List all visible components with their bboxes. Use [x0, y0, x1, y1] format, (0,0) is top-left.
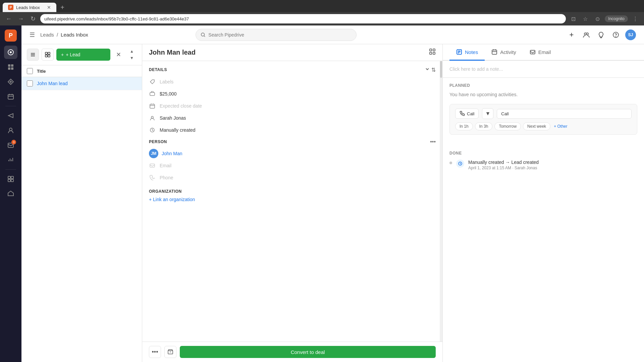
help-icon[interactable] [610, 29, 621, 40]
cast-icon[interactable]: ⊡ [569, 14, 578, 23]
link-organization-button[interactable]: + Link an organization [149, 197, 195, 202]
tomorrow-button[interactable]: Tomorrow [494, 122, 521, 130]
forward-button[interactable]: → [16, 14, 25, 23]
search-input[interactable] [208, 32, 352, 38]
breadcrumb-root[interactable]: Leads [40, 32, 54, 38]
new-tab-button[interactable]: + [58, 3, 67, 12]
avatar[interactable]: SJ [625, 29, 636, 40]
tab-close-button[interactable]: ✕ [47, 5, 51, 10]
add-button[interactable]: + [566, 29, 577, 40]
organization-section: ORGANIZATION + Link an organization [142, 186, 442, 208]
person-name[interactable]: John Man [162, 151, 182, 156]
source-icon [149, 127, 156, 133]
sidebar-item-reports[interactable] [4, 153, 17, 167]
detail-panel: John Man lead DETAILS ⇅ [142, 44, 443, 362]
sidebar-item-products[interactable] [4, 172, 17, 186]
sidebar-item-dashboard[interactable] [4, 60, 17, 74]
grid-view-button[interactable] [42, 49, 54, 61]
search-bar[interactable] [196, 29, 357, 41]
sidebar-item-mail[interactable]: 3 [4, 138, 17, 152]
activity-type-row: Call ▼ [455, 108, 632, 119]
scroll-thumb[interactable] [440, 61, 442, 78]
active-tab[interactable]: P Leads Inbox ✕ [3, 3, 56, 12]
call-type-button[interactable]: Call [455, 109, 479, 119]
call-type-icon [460, 111, 465, 116]
menu-icon[interactable]: ⋮ [631, 14, 640, 23]
list-view-button[interactable] [27, 49, 39, 61]
tab-title: Leads Inbox [16, 5, 44, 10]
person-email-field[interactable]: Email [149, 160, 436, 172]
close-panel-button[interactable]: ✕ [113, 49, 124, 60]
person-more-button[interactable]: ••• [430, 139, 436, 145]
in-1h-button[interactable]: In 1h [455, 122, 473, 130]
detail-grid-button[interactable] [429, 48, 436, 57]
add-lead-button[interactable]: + + Lead [56, 49, 110, 61]
sort-up-button[interactable]: ▲ [127, 48, 137, 54]
menu-toggle[interactable]: ☰ [30, 31, 35, 39]
quick-time-buttons: In 1h In 3h Tomorrow Next week + Other [455, 122, 632, 130]
note-placeholder[interactable]: Click here to add a note... [449, 65, 503, 73]
in-3h-button[interactable]: In 3h [475, 122, 493, 130]
tab-email[interactable]: Email [523, 44, 558, 61]
activity-event-row: Manually created → Lead created April 1,… [449, 160, 637, 170]
top-bar: ☰ Leads / Leads Inbox + [21, 25, 644, 44]
profile-icon[interactable]: ⊙ [593, 14, 602, 23]
next-week-button[interactable]: Next week [523, 122, 550, 130]
amount-icon [149, 90, 156, 97]
svg-rect-21 [48, 55, 50, 57]
svg-rect-2 [8, 64, 10, 67]
back-button[interactable]: ← [4, 14, 13, 23]
activity-tab-label: Activity [500, 49, 516, 55]
svg-point-28 [151, 116, 153, 118]
close-date-field[interactable]: Expected close date [142, 100, 442, 112]
details-expand-button[interactable]: ⇅ [425, 66, 436, 73]
labels-field[interactable]: Labels [142, 76, 442, 88]
archive-button[interactable] [164, 346, 176, 358]
convert-to-deal-button[interactable]: Convert to deal [180, 346, 436, 358]
tab-activity[interactable]: Activity [485, 44, 523, 61]
sidebar-item-activities[interactable] [4, 90, 17, 103]
tab-notes[interactable]: Notes [449, 44, 485, 61]
svg-rect-27 [150, 104, 155, 108]
person-phone-field[interactable]: Phone [149, 172, 436, 184]
people-icon[interactable] [581, 29, 592, 40]
sidebar-item-campaigns[interactable] [4, 109, 17, 122]
lead-row[interactable]: John Man lead [21, 77, 142, 90]
detail-title: John Man lead [149, 49, 196, 56]
svg-rect-9 [8, 176, 10, 179]
sort-down-button[interactable]: ▼ [127, 55, 137, 61]
sidebar-item-contacts[interactable] [4, 124, 17, 137]
sidebar-item-apps[interactable] [4, 187, 17, 200]
bulb-icon[interactable] [596, 29, 606, 40]
lead-checkbox[interactable] [27, 80, 33, 86]
note-input-area[interactable]: Click here to add a note... [443, 61, 644, 78]
right-panel: Notes Activity Email Click here to add a… [443, 44, 644, 362]
sidebar-item-leads[interactable] [4, 46, 17, 59]
sort-controls: ▲ ▼ [127, 48, 137, 61]
breadcrumb-sep: / [57, 32, 58, 38]
more-options-button[interactable]: ••• [149, 346, 161, 358]
select-all-checkbox[interactable] [27, 68, 33, 74]
owner-field[interactable]: Sarah Jonas [142, 112, 442, 124]
org-section-header: ORGANIZATION [149, 189, 436, 194]
person-email-value: Email [160, 163, 171, 168]
app-logo[interactable]: P [5, 29, 17, 42]
svg-rect-20 [45, 55, 47, 57]
bookmark-icon[interactable]: ☆ [581, 14, 590, 23]
source-field: Manually created [142, 124, 442, 136]
other-time-button[interactable]: + Other [552, 122, 569, 130]
detail-scroll: DETAILS ⇅ Labels [142, 61, 442, 342]
detail-scroll-wrapper: DETAILS ⇅ Labels [142, 61, 442, 342]
svg-rect-6 [8, 95, 13, 99]
person-phone-value: Phone [160, 175, 173, 180]
incognito-button[interactable]: Incognito [605, 15, 628, 22]
details-section-header: DETAILS ⇅ [142, 61, 442, 76]
sidebar-divider-1 [5, 106, 16, 106]
amount-field[interactable]: $25,000 [142, 88, 442, 100]
sidebar-item-deals[interactable] [4, 75, 17, 88]
activity-title-input[interactable] [497, 109, 632, 119]
call-dropdown-button[interactable]: ▼ [482, 108, 493, 119]
reload-button[interactable]: ↻ [28, 14, 38, 23]
lead-name: John Man lead [37, 81, 68, 86]
address-bar[interactable]: uifeed.pipedrive.com/leads/inbox/95b7c3b… [40, 14, 566, 23]
